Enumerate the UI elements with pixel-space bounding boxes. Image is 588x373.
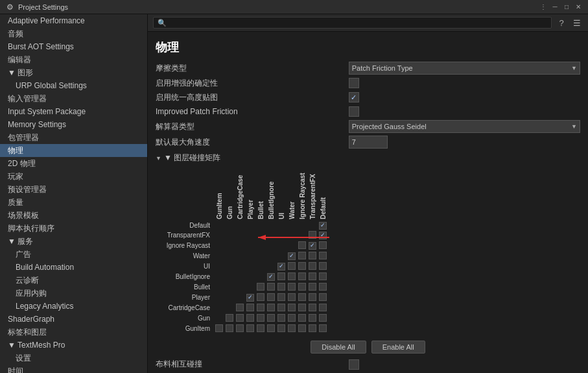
number-input-5[interactable]: 7	[349, 136, 388, 149]
sidebar-item-graphics[interactable]: ▼ 图形	[0, 66, 147, 79]
sidebar-item-time[interactable]: 时间	[0, 365, 147, 373]
matrix-checkbox-0-10[interactable]	[319, 222, 327, 230]
matrix-checkbox-10-3[interactable]	[246, 324, 254, 332]
sidebar-item-input-system[interactable]: Input System Package	[0, 105, 147, 118]
matrix-checkbox-10-7[interactable]	[288, 324, 296, 332]
matrix-checkbox-8-2[interactable]	[236, 304, 244, 311]
matrix-checkbox-6-6[interactable]	[277, 283, 285, 291]
sidebar-item-build-automation[interactable]: Build Automation	[0, 261, 147, 274]
sidebar-item-editor[interactable]: 编辑器	[0, 53, 147, 66]
matrix-checkbox-9-1[interactable]	[226, 314, 233, 322]
help-button[interactable]: ?	[556, 17, 567, 29]
matrix-checkbox-6-7[interactable]	[288, 283, 296, 291]
maximize-icon[interactable]: □	[562, 3, 571, 12]
minimize-icon[interactable]: ─	[550, 3, 559, 12]
enable-all-button[interactable]: Enable All	[371, 341, 425, 354]
matrix-checkbox-4-6[interactable]	[277, 263, 285, 271]
search-box[interactable]: 🔍	[153, 17, 552, 29]
sidebar-item-textmesh[interactable]: ▼ TextMesh Pro	[0, 339, 147, 352]
sidebar-item-cloud-diag[interactable]: 云诊断	[0, 274, 147, 287]
matrix-checkbox-1-9[interactable]	[309, 231, 316, 239]
matrix-checkbox-7-4[interactable]	[257, 293, 265, 301]
sidebar-item-physics2d[interactable]: 2D 物理	[0, 157, 147, 170]
matrix-checkbox-3-10[interactable]	[319, 252, 327, 259]
sidebar-item-scene-template[interactable]: 场景模板	[0, 209, 147, 222]
checkbox-1[interactable]	[349, 78, 359, 88]
matrix-checkbox-8-6[interactable]	[277, 304, 285, 311]
sidebar-item-script-exec[interactable]: 脚本执行顺序	[0, 222, 147, 235]
bottom-checkbox-0[interactable]	[349, 359, 359, 370]
matrix-checkbox-5-9[interactable]	[309, 272, 316, 280]
menu-button[interactable]: ☰	[571, 17, 583, 29]
sidebar-item-services[interactable]: ▼ 服务	[0, 235, 147, 248]
matrix-checkbox-3-8[interactable]	[298, 252, 306, 259]
matrix-checkbox-7-9[interactable]	[309, 293, 316, 301]
checkbox-3[interactable]	[349, 106, 359, 117]
sidebar-item-quality[interactable]: 质量	[0, 196, 147, 209]
matrix-checkbox-8-3[interactable]	[246, 304, 254, 311]
matrix-checkbox-5-8[interactable]	[298, 272, 306, 280]
matrix-checkbox-6-8[interactable]	[298, 283, 306, 291]
sidebar-item-urp[interactable]: URP Global Settings	[0, 79, 147, 92]
matrix-checkbox-2-9[interactable]	[309, 242, 316, 250]
matrix-checkbox-6-9[interactable]	[309, 283, 316, 291]
matrix-checkbox-4-9[interactable]	[309, 262, 316, 270]
matrix-checkbox-9-8[interactable]	[298, 314, 306, 322]
matrix-checkbox-9-7[interactable]	[288, 314, 296, 322]
matrix-checkbox-1-10[interactable]	[319, 232, 327, 239]
sidebar-item-package[interactable]: 包管理器	[0, 131, 147, 144]
matrix-checkbox-6-10[interactable]	[319, 283, 327, 291]
matrix-checkbox-7-3[interactable]	[246, 294, 254, 302]
search-input[interactable]	[169, 19, 547, 27]
matrix-checkbox-5-7[interactable]	[288, 272, 296, 280]
matrix-checkbox-4-10[interactable]	[319, 262, 327, 270]
matrix-checkbox-3-9[interactable]	[309, 252, 316, 259]
matrix-checkbox-10-2[interactable]	[236, 324, 244, 332]
matrix-checkbox-10-0[interactable]	[215, 324, 223, 332]
matrix-checkbox-9-6[interactable]	[277, 314, 285, 322]
matrix-checkbox-8-9[interactable]	[309, 304, 316, 311]
matrix-checkbox-2-8[interactable]	[298, 241, 306, 249]
disable-all-button[interactable]: Disable All	[311, 341, 366, 354]
matrix-checkbox-6-4[interactable]	[257, 283, 265, 291]
sidebar-item-preset[interactable]: 预设管理器	[0, 183, 147, 196]
matrix-checkbox-8-7[interactable]	[288, 304, 296, 311]
matrix-section-label[interactable]: ▼ ▼ 图层碰撞矩阵	[148, 150, 588, 166]
sidebar-item-ads[interactable]: 广告	[0, 248, 147, 261]
matrix-checkbox-8-4[interactable]	[257, 304, 265, 311]
matrix-checkbox-10-1[interactable]	[226, 324, 233, 332]
matrix-checkbox-8-8[interactable]	[298, 304, 306, 311]
matrix-checkbox-3-7[interactable]	[288, 252, 296, 260]
matrix-checkbox-9-5[interactable]	[267, 314, 275, 322]
matrix-checkbox-9-4[interactable]	[257, 314, 265, 322]
matrix-checkbox-9-9[interactable]	[309, 314, 316, 322]
sidebar-item-player[interactable]: 玩家	[0, 170, 147, 183]
matrix-checkbox-10-8[interactable]	[298, 324, 306, 332]
matrix-checkbox-9-3[interactable]	[246, 314, 254, 322]
sidebar-item-adaptive[interactable]: Adaptive Performance	[0, 14, 147, 27]
matrix-checkbox-5-6[interactable]	[277, 272, 285, 280]
sidebar-item-in-app[interactable]: 应用内购	[0, 287, 147, 300]
matrix-checkbox-7-5[interactable]	[267, 293, 275, 301]
matrix-checkbox-10-10[interactable]	[319, 324, 327, 332]
matrix-checkbox-4-8[interactable]	[298, 262, 306, 270]
matrix-checkbox-10-5[interactable]	[267, 324, 275, 332]
matrix-checkbox-7-10[interactable]	[319, 293, 327, 301]
sidebar-item-tags[interactable]: 标签和图层	[0, 326, 147, 339]
sidebar-item-legacy-analytics[interactable]: Legacy Analytics	[0, 300, 147, 313]
sidebar-item-input-manager[interactable]: 输入管理器	[0, 92, 147, 105]
matrix-checkbox-7-7[interactable]	[288, 293, 296, 301]
dropdown-4[interactable]: Projected Gauss Seidel▼	[349, 120, 580, 133]
matrix-checkbox-7-8[interactable]	[298, 293, 306, 301]
matrix-checkbox-10-9[interactable]	[309, 324, 316, 332]
sidebar-item-shader-graph[interactable]: ShaderGraph	[0, 313, 147, 326]
matrix-checkbox-6-5[interactable]	[267, 283, 275, 291]
matrix-checkbox-8-10[interactable]	[319, 304, 327, 311]
matrix-checkbox-5-10[interactable]	[319, 272, 327, 280]
matrix-checkbox-9-2[interactable]	[236, 314, 244, 322]
matrix-checkbox-4-7[interactable]	[288, 262, 296, 270]
matrix-checkbox-10-4[interactable]	[257, 324, 265, 332]
menu-dots-icon[interactable]: ⋮	[539, 3, 548, 12]
sidebar-item-audio[interactable]: 音频	[0, 27, 147, 40]
dropdown-0[interactable]: Patch Friction Type▼	[349, 62, 580, 75]
